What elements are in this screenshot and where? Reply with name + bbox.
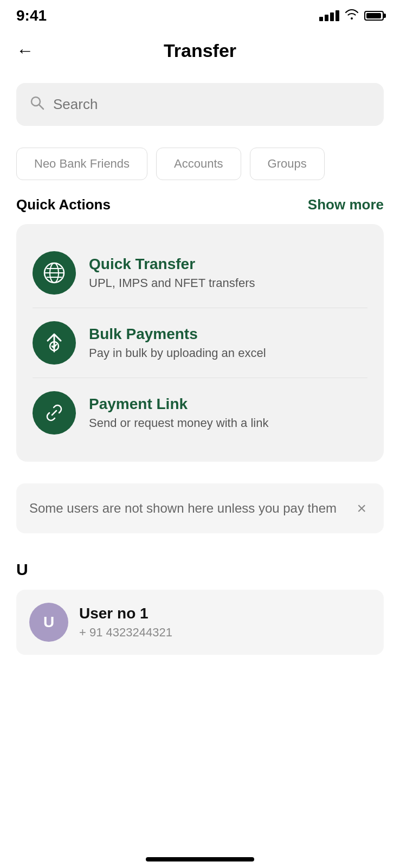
notice-text: Some users are not shown here unless you… <box>29 499 352 518</box>
tab-accounts[interactable]: Accounts <box>156 148 241 180</box>
bulk-payments-item[interactable]: Bulk Payments Pay in bulk by uploading a… <box>33 310 367 375</box>
notice-close-button[interactable]: × <box>352 499 371 518</box>
status-time: 9:41 <box>16 7 47 24</box>
quick-transfer-subtitle: UPL, IMPS and NFET transfers <box>89 276 367 290</box>
home-indicator <box>146 857 254 861</box>
header: ← Transfer <box>0 29 400 72</box>
search-bar[interactable] <box>16 83 384 126</box>
action-divider-1 <box>33 308 367 308</box>
tab-neo-bank-friends[interactable]: Neo Bank Friends <box>16 148 147 180</box>
bulk-payments-text: Bulk Payments Pay in bulk by uploading a… <box>89 326 367 360</box>
back-button[interactable]: ← <box>16 41 34 61</box>
payment-link-title: Payment Link <box>89 395 367 413</box>
wifi-icon <box>345 9 359 23</box>
avatar: U <box>29 603 68 642</box>
filter-tabs: Neo Bank Friends Accounts Groups <box>0 137 400 191</box>
search-container <box>16 83 384 126</box>
quick-transfer-icon <box>33 251 76 295</box>
bulk-payments-subtitle: Pay in bulk by uploading an excel <box>89 346 367 360</box>
svg-point-0 <box>31 97 40 106</box>
payment-link-subtitle: Send or request money with a link <box>89 416 367 430</box>
bulk-payments-icon <box>33 321 76 365</box>
user-phone: + 91 4323244321 <box>79 626 371 640</box>
user-letter-header: U <box>16 560 384 579</box>
svg-line-1 <box>40 105 44 110</box>
user-card[interactable]: U User no 1 + 91 4323244321 <box>16 590 384 655</box>
notice-banner: Some users are not shown here unless you… <box>16 483 384 533</box>
search-icon <box>29 95 44 114</box>
quick-transfer-item[interactable]: Quick Transfer UPL, IMPS and NFET transf… <box>33 240 367 305</box>
status-bar: 9:41 <box>0 0 400 29</box>
payment-link-item[interactable]: Payment Link Send or request money with … <box>33 380 367 445</box>
quick-transfer-title: Quick Transfer <box>89 256 367 273</box>
signal-bars-icon <box>319 10 339 21</box>
bulk-payments-title: Bulk Payments <box>89 326 367 343</box>
action-divider-2 <box>33 378 367 378</box>
tab-groups[interactable]: Groups <box>250 148 325 180</box>
users-section: U U User no 1 + 91 4323244321 <box>0 544 400 660</box>
user-info: User no 1 + 91 4323244321 <box>79 605 371 640</box>
battery-icon <box>364 11 384 21</box>
quick-actions-header: Quick Actions Show more <box>0 191 400 224</box>
show-more-button[interactable]: Show more <box>308 196 384 213</box>
payment-link-text: Payment Link Send or request money with … <box>89 395 367 430</box>
status-icons <box>319 9 384 23</box>
page-title: Transfer <box>164 40 236 61</box>
search-input[interactable] <box>53 96 371 113</box>
payment-link-icon <box>33 391 76 435</box>
quick-actions-card: Quick Transfer UPL, IMPS and NFET transf… <box>16 224 384 462</box>
quick-actions-title: Quick Actions <box>16 196 111 213</box>
quick-transfer-text: Quick Transfer UPL, IMPS and NFET transf… <box>89 256 367 290</box>
user-name: User no 1 <box>79 605 371 622</box>
